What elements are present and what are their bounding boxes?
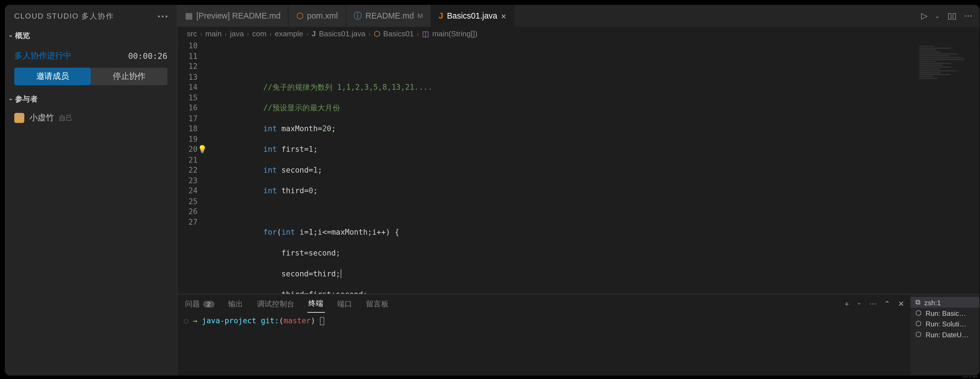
editor-tab[interactable]: JBasics01.java× [431, 5, 515, 27]
modified-indicator: M [418, 12, 423, 19]
app-title: CLOUD STUDIO 多人协作 [14, 11, 114, 22]
session-label: Run: DateU… [926, 331, 969, 338]
participant-row[interactable]: 小虚竹 自己 [5, 107, 177, 129]
breadcrumb-item[interactable]: java [230, 29, 243, 38]
method-icon: ◫ [422, 29, 429, 38]
participant-name: 小虚竹 [29, 112, 54, 124]
breadcrumb-item[interactable]: example [275, 29, 303, 38]
panel-tab-label: 问题 [185, 299, 200, 309]
line-number: 20 [177, 144, 197, 155]
panel-tab[interactable]: 留言板 [365, 296, 390, 312]
java-icon: J [312, 29, 316, 38]
code-editor[interactable]: 101112131415161718192021222324252627 💡 /… [177, 41, 979, 294]
class-icon: ⬡ [374, 29, 380, 38]
line-number: 13 [177, 72, 197, 82]
breadcrumb-item[interactable]: Basics01.java [319, 29, 366, 38]
session-label: Run: Basic… [926, 309, 966, 317]
breadcrumb-separator: › [369, 30, 371, 37]
bottom-panel: 问题2输出调试控制台终端端口留言板 + ⌄ ⋯ ⌃ ✕ ○ → java-pro… [177, 294, 979, 376]
terminal-sessions: ⧉zsh:1⬡Run: Basic…⬡Run: Soluti…⬡Run: Dat… [911, 294, 980, 376]
stop-collab-button[interactable]: 停止协作 [91, 68, 167, 85]
participants-label: 参与者 [15, 94, 38, 105]
participants-header[interactable]: › 参与者 [5, 91, 177, 107]
breadcrumb-separator: › [306, 30, 309, 37]
tab-label: Basics01.java [447, 11, 497, 21]
breadcrumb[interactable]: src›main›java›com›example›J Basics01.jav… [177, 27, 979, 41]
avatar [14, 113, 24, 123]
terminal-icon: ⧉ [915, 298, 921, 306]
breadcrumb-separator: › [270, 30, 272, 37]
breadcrumb-item[interactable]: Basics01 [383, 29, 414, 38]
collab-status: 多人协作进行中 00:00:26 [5, 44, 177, 68]
line-gutter: 101112131415161718192021222324252627 [177, 41, 209, 294]
split-editor-icon[interactable]: ▯▯ [947, 11, 956, 21]
new-terminal-icon[interactable]: + [845, 299, 849, 309]
overview-header[interactable]: › 概览 [5, 28, 177, 44]
panel-actions: + ⌄ ⋯ ⌃ ✕ [845, 299, 904, 309]
panel-tab-label: 调试控制台 [257, 299, 295, 309]
line-number: 16 [177, 103, 197, 113]
debug-icon: ⬡ [915, 320, 922, 328]
tab-label: [Preview] README.md [196, 11, 280, 21]
watermark: CSDN @小虚竹 [961, 375, 978, 378]
terminal-session[interactable]: ⬡Run: Basic… [911, 307, 980, 318]
editor-tab[interactable]: ▦[Preview] README.md [177, 5, 289, 27]
panel-tab-label: 终端 [309, 298, 323, 309]
panel-tab[interactable]: 输出 [227, 296, 244, 312]
line-number: 12 [177, 61, 197, 72]
breadcrumb-item[interactable]: main [205, 29, 221, 38]
debug-icon: ⬡ [915, 330, 922, 339]
line-number: 15 [177, 93, 197, 103]
more-icon[interactable]: ⋯ [869, 299, 877, 309]
session-label: Run: Soluti… [926, 320, 966, 327]
code-content[interactable]: 💡 //兔子的规律为数列 1,1,2,3,5,8,13,21.... //预设显… [209, 41, 916, 294]
collab-timer: 00:00:26 [128, 51, 168, 61]
line-number: 25 [177, 196, 197, 206]
xml-icon: ⬡ [296, 11, 303, 21]
tab-actions: ▷ ⌄ ▯▯ ⋯ [914, 5, 980, 27]
line-number: 10 [177, 41, 197, 51]
debug-icon: ⬡ [915, 309, 922, 317]
tab-label: README.md [366, 11, 414, 21]
line-number: 14 [177, 82, 197, 92]
panel-tab[interactable]: 问题2 [184, 296, 215, 312]
line-number: 17 [177, 113, 197, 123]
line-number: 24 [177, 186, 197, 196]
line-number: 27 [177, 217, 197, 227]
terminal-session[interactable]: ⬡Run: DateU… [911, 329, 980, 339]
run-icon[interactable]: ▷ [921, 11, 928, 21]
more-icon[interactable] [158, 16, 167, 18]
info-icon: ⓘ [353, 10, 362, 22]
sidebar: CLOUD STUDIO 多人协作 › 概览 多人协作进行中 00:00:26 … [5, 5, 177, 376]
more-icon[interactable]: ⋯ [964, 11, 972, 21]
invite-button[interactable]: 邀请成员 [14, 68, 91, 85]
editor-tab[interactable]: ⓘREADME.mdM [346, 5, 431, 27]
close-icon[interactable]: × [501, 11, 506, 21]
panel-tab[interactable]: 调试控制台 [256, 296, 296, 312]
breadcrumb-item[interactable]: src [187, 29, 197, 38]
minimap[interactable] [917, 41, 980, 294]
editor-tab[interactable]: ⬡pom.xml [289, 5, 346, 27]
terminal-session[interactable]: ⬡Run: Soluti… [911, 318, 980, 329]
breadcrumb-separator: › [200, 30, 202, 37]
run-dropdown-icon[interactable]: ⌄ [935, 13, 940, 19]
main-area: ▦[Preview] README.md⬡pom.xmlⓘREADME.mdMJ… [177, 5, 979, 376]
terminal-dropdown-icon[interactable]: ⌄ [857, 299, 862, 309]
panel-tab-label: 端口 [337, 299, 352, 309]
lightbulb-icon[interactable]: 💡 [197, 144, 207, 155]
breadcrumb-item[interactable]: com [252, 29, 266, 38]
chevron-down-icon: › [8, 35, 14, 37]
breadcrumb-separator: › [417, 30, 419, 37]
chevron-up-icon[interactable]: ⌃ [884, 299, 890, 309]
tab-label: pom.xml [307, 11, 338, 21]
line-number: 23 [177, 176, 197, 186]
breadcrumb-item[interactable]: main(String[]) [432, 29, 477, 38]
panel-tab[interactable]: 端口 [336, 296, 354, 312]
line-number: 18 [177, 123, 197, 134]
chevron-down-icon: › [8, 98, 14, 100]
terminal-content[interactable]: ○ → java-project git:(master) [177, 313, 910, 376]
close-panel-icon[interactable]: ✕ [898, 299, 904, 309]
line-number: 26 [177, 207, 197, 217]
panel-tab[interactable]: 终端 [307, 295, 325, 313]
terminal-session[interactable]: ⧉zsh:1 [911, 297, 980, 307]
